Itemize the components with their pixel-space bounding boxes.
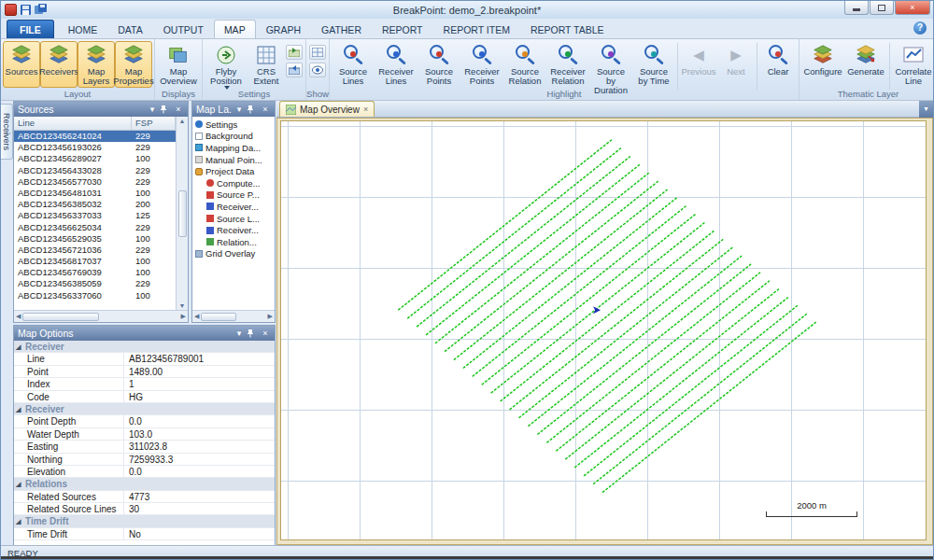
property-row[interactable]: ◢ Northing 7259933.3 [14, 454, 275, 466]
source-line-row[interactable]: ABCD123456769039 100 [14, 267, 176, 278]
settings-mini-button-2[interactable] [286, 63, 303, 77]
save-icon[interactable] [20, 4, 32, 16]
group-expander-icon[interactable]: ◢ [14, 515, 23, 526]
ribbon-tab[interactable]: GATHER [311, 20, 372, 38]
property-row[interactable]: ◢ Time Drift [14, 515, 275, 527]
previous-button[interactable]: ◀ Previous [680, 41, 717, 88]
ribbon-layout-button[interactable]: Sources [3, 41, 40, 88]
dropdown-icon[interactable]: ▾ [234, 105, 245, 114]
map-layer-item[interactable]: Relation... [195, 236, 275, 248]
pin-icon[interactable] [247, 105, 258, 114]
close-icon[interactable]: × [260, 329, 271, 338]
map-layers-horizontal-scrollbar[interactable]: ◀ ▶ [192, 310, 275, 322]
map-layer-item[interactable]: Project Data [195, 165, 275, 177]
property-row[interactable]: ◢ Code HG [14, 391, 275, 403]
scroll-left-icon[interactable]: ◀ [16, 313, 21, 320]
ribbon-highlight-button[interactable]: Receiver Points [460, 41, 503, 88]
dropdown-icon[interactable]: ▾ [147, 105, 158, 114]
property-row[interactable]: ◢ Point Depth 0.0 [14, 415, 275, 427]
group-expander-icon[interactable]: ◢ [14, 478, 23, 489]
ribbon-tab[interactable]: OUTPUT [153, 20, 214, 38]
scroll-thumb[interactable] [201, 313, 236, 321]
map-layer-item[interactable]: Background [195, 131, 275, 143]
map-layer-item[interactable]: Grid Overlay [195, 248, 275, 260]
group-expander-icon[interactable]: ◢ [14, 341, 23, 352]
property-row[interactable]: ◢ Receiver [14, 341, 275, 353]
property-row[interactable]: ◢ Water Depth 103.0 [14, 428, 275, 441]
property-row[interactable]: ◢ Easting 311023.8 [14, 441, 275, 453]
tab-close-icon[interactable]: × [363, 105, 368, 114]
scroll-thumb[interactable] [178, 190, 187, 237]
close-button[interactable]: × [895, 1, 930, 15]
map-overview-button[interactable]: Map Overview [157, 41, 200, 88]
maximize-button[interactable] [870, 1, 894, 15]
property-row[interactable]: ◢ Relations [14, 478, 275, 490]
scroll-right-icon[interactable]: ▶ [181, 313, 186, 320]
ribbon-highlight-button[interactable]: Source Lines [332, 41, 375, 88]
map-layer-item[interactable]: Mapping Da... [195, 142, 275, 154]
ribbon-layout-button[interactable]: Map Properties [115, 41, 152, 88]
ribbon-tab[interactable]: REPORT [372, 20, 433, 38]
map-layer-item[interactable]: Receiver... [195, 224, 275, 236]
map-layer-item[interactable]: Source P... [195, 189, 275, 202]
clear-button[interactable]: Clear [759, 41, 797, 88]
dropdown-icon[interactable]: ▾ [234, 329, 245, 338]
correlate-line-button[interactable]: Correlate Line [892, 41, 934, 88]
pin-icon[interactable] [247, 329, 258, 338]
source-line-row[interactable]: ABCD123456337033 125 [14, 210, 176, 221]
property-row[interactable]: ◢ Related Sources 4773 [14, 491, 275, 503]
generate-button[interactable]: Generate [844, 41, 887, 88]
close-icon[interactable]: × [260, 105, 271, 114]
map-layer-item[interactable]: Compute... [195, 177, 275, 189]
ribbon-tab[interactable]: REPORT TABLE [520, 20, 615, 38]
property-row[interactable]: ◢ Line AB123456789001 [14, 353, 275, 365]
ribbon-layout-button[interactable]: Receivers [40, 41, 78, 88]
source-line-row[interactable]: ABCD123456529035 100 [14, 233, 176, 245]
scroll-down-icon[interactable]: ▼ [179, 302, 186, 309]
map-layer-item[interactable]: Source L... [195, 213, 275, 225]
ribbon-tab[interactable]: MAP [214, 20, 256, 38]
ribbon-highlight-button[interactable]: Source by Time [632, 41, 675, 88]
source-line-row[interactable]: ABCD123456481031 100 [14, 188, 176, 199]
ribbon-highlight-button[interactable]: Receiver Lines [375, 41, 417, 88]
source-line-row[interactable]: ABCD123456721036 229 [14, 245, 176, 256]
map-layer-item[interactable]: Settings [195, 119, 275, 131]
ribbon-tab[interactable]: REPORT ITEM [433, 20, 520, 38]
property-row[interactable]: ◢ Receiver [14, 403, 275, 415]
map-overview-tab[interactable]: Map Overview × [279, 101, 375, 117]
file-tab[interactable]: FILE [7, 20, 54, 38]
crs-extent-button[interactable]: CRS Extent [248, 41, 285, 88]
scroll-thumb[interactable] [22, 313, 99, 321]
map-layer-item[interactable]: Receiver... [195, 201, 275, 213]
ribbon-highlight-button[interactable]: Receiver Relation [546, 41, 589, 88]
ribbon-tab[interactable]: GRAPH [256, 20, 311, 38]
flyby-position-button[interactable]: Flyby Position [205, 41, 248, 91]
scroll-right-icon[interactable]: ▶ [268, 313, 273, 320]
close-icon[interactable]: × [173, 105, 184, 114]
source-line-row[interactable]: ABCD123456289027 100 [14, 153, 176, 164]
source-line-row[interactable]: ABCD123456625034 229 [14, 222, 176, 233]
source-line-row[interactable]: ABCD123456817037 100 [14, 256, 176, 267]
pin-icon[interactable] [160, 105, 171, 114]
tab-list-menu-icon[interactable]: ▾ [919, 101, 933, 118]
scroll-left-icon[interactable]: ◀ [194, 313, 199, 320]
ribbon-tab[interactable]: DATA [107, 20, 152, 38]
source-line-row[interactable]: ABCD123456385032 200 [14, 199, 176, 210]
group-expander-icon[interactable]: ◢ [14, 403, 23, 414]
help-icon[interactable]: ? [913, 21, 927, 35]
ribbon-highlight-button[interactable]: Source Relation [503, 41, 546, 88]
source-line-row[interactable]: ABCD123456577030 229 [14, 176, 176, 188]
property-row[interactable]: ◢ Related Source Lines 30 [14, 503, 275, 515]
property-row[interactable]: ◢ Time Drift No [14, 528, 275, 540]
configure-button[interactable]: Configure [801, 41, 844, 88]
minimize-button[interactable] [844, 1, 869, 15]
show-option-button-2[interactable] [309, 63, 326, 77]
map-layer-item[interactable]: Manual Poin... [195, 154, 275, 166]
source-line-row[interactable]: ABCD123456385059 229 [14, 278, 176, 289]
next-button[interactable]: ▶ Next [717, 41, 755, 88]
save-all-icon[interactable] [35, 4, 47, 16]
ribbon-highlight-button[interactable]: Source Points [417, 41, 460, 88]
sources-horizontal-scrollbar[interactable]: ◀ ▶ [14, 310, 188, 322]
show-option-button-1[interactable] [309, 45, 326, 60]
source-line-row[interactable]: ABCD123456337060 100 [14, 290, 176, 301]
